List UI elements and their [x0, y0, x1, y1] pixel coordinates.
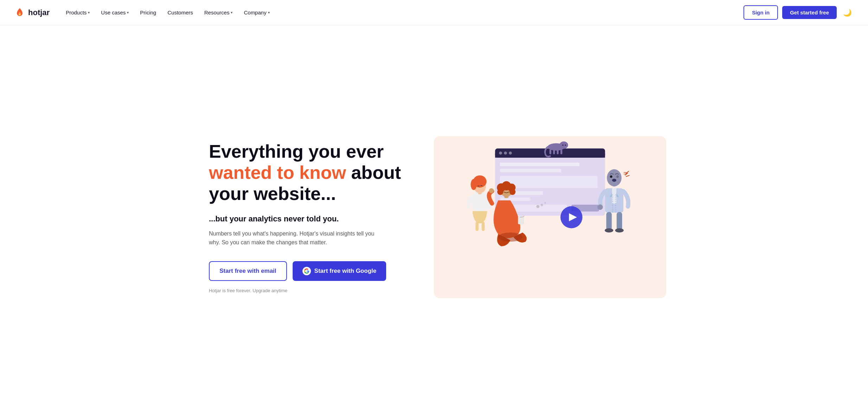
svg-rect-8	[500, 169, 561, 172]
nav-item-pricing[interactable]: Pricing	[135, 7, 161, 18]
get-started-button[interactable]: Get started free	[782, 6, 837, 19]
svg-point-40	[489, 188, 494, 193]
hero-section: Everything you ever wanted to know about…	[188, 25, 680, 402]
svg-point-44	[541, 204, 543, 206]
google-icon	[304, 268, 309, 274]
nav-item-products[interactable]: Products ▾	[61, 7, 95, 18]
svg-point-28	[471, 179, 477, 190]
cta-google-label: Start free with Google	[314, 268, 377, 275]
svg-rect-29	[476, 222, 479, 231]
chevron-down-icon: ▾	[127, 11, 129, 14]
nav-item-usecases[interactable]: Use cases ▾	[96, 7, 134, 18]
svg-point-19	[565, 144, 566, 145]
svg-point-53	[598, 205, 603, 210]
svg-point-6	[509, 151, 512, 155]
chevron-down-icon: ▾	[231, 11, 232, 14]
svg-point-18	[562, 144, 563, 145]
illustration-container: ⊃	[434, 136, 666, 298]
headline-highlight: wanted to know	[209, 162, 346, 183]
svg-rect-20	[549, 149, 551, 154]
svg-rect-30	[481, 222, 485, 231]
nav-label-company: Company	[244, 10, 266, 15]
cta-email-button[interactable]: Start free with email	[209, 261, 287, 281]
svg-point-57	[615, 228, 624, 232]
hero-cta-row: Start free with email Start free with Go…	[209, 261, 420, 281]
headline-part1: Everything you ever	[209, 141, 384, 162]
logo-text: hotjar	[28, 8, 50, 17]
nav-label-resources: Resources	[204, 10, 230, 15]
nav-item-resources[interactable]: Resources ▾	[199, 7, 238, 18]
svg-point-4	[499, 151, 502, 155]
hero-subheadline: ...but your analytics never told you.	[209, 214, 420, 224]
nav-label-customers: Customers	[167, 10, 193, 15]
hero-disclaimer: Hotjar is free forever. Upgrade anytime	[209, 288, 420, 293]
svg-rect-55	[617, 212, 622, 230]
svg-point-56	[605, 228, 613, 232]
hero-svg: ⊃	[434, 136, 666, 280]
chevron-down-icon: ▾	[88, 11, 90, 14]
nav-label-usecases: Use cases	[101, 10, 126, 15]
svg-point-37	[510, 189, 516, 195]
svg-rect-23	[561, 149, 562, 154]
svg-point-45	[544, 202, 546, 204]
chevron-down-icon: ▾	[268, 11, 270, 14]
google-g-icon	[302, 267, 311, 275]
svg-point-49	[607, 169, 622, 187]
svg-point-43	[536, 205, 540, 208]
hero-left: Everything you ever wanted to know about…	[209, 141, 420, 293]
dark-mode-toggle[interactable]: 🌙	[841, 6, 854, 19]
nav-item-customers[interactable]: Customers	[162, 7, 198, 18]
hero-body: Numbers tell you what's happening. Hotja…	[209, 229, 378, 247]
svg-rect-21	[553, 149, 555, 154]
nav-label-products: Products	[66, 10, 87, 15]
svg-point-51	[616, 175, 619, 178]
svg-rect-22	[557, 149, 559, 154]
cta-google-button[interactable]: Start free with Google	[293, 261, 387, 281]
svg-point-52	[612, 179, 616, 182]
nav-label-pricing: Pricing	[140, 10, 156, 15]
signin-button[interactable]: Sign in	[743, 5, 778, 20]
svg-point-50	[610, 175, 612, 178]
svg-point-5	[504, 151, 507, 155]
nav-actions: Sign in Get started free 🌙	[743, 5, 854, 20]
svg-point-42	[498, 233, 522, 242]
hero-headline: Everything you ever wanted to know about…	[209, 141, 420, 204]
nav-links: Products ▾ Use cases ▾ Pricing Customers…	[61, 7, 743, 18]
navbar: hotjar Products ▾ Use cases ▾ Pricing Cu…	[0, 0, 868, 25]
nav-item-company[interactable]: Company ▾	[239, 7, 274, 18]
svg-rect-54	[606, 212, 612, 230]
svg-point-36	[497, 189, 503, 195]
logo[interactable]: hotjar	[14, 7, 50, 18]
svg-rect-7	[500, 163, 580, 166]
hero-illustration: ⊃	[434, 136, 666, 298]
logo-icon	[14, 7, 25, 18]
